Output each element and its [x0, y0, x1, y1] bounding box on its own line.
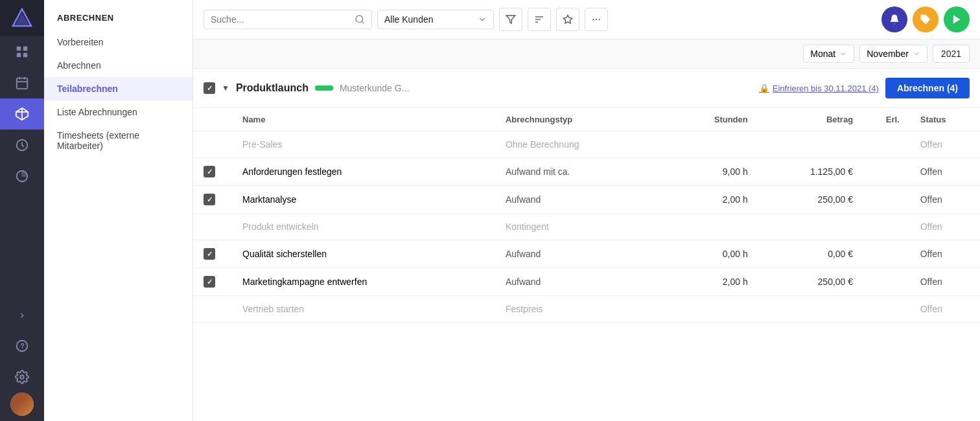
task-checkbox[interactable]: ✓: [204, 166, 215, 177]
main-area: Alle Kunden Monat No: [193, 0, 980, 421]
table-row: ✓MarktanalyseAufwand2,00 h250,00 €Offen: [193, 186, 980, 214]
table-cell: 2,00 h: [670, 186, 758, 214]
col-header-hours: Stunden: [670, 108, 758, 131]
period-label: Monat: [810, 49, 835, 59]
bell-icon: [889, 14, 900, 25]
table-cell: Offen: [910, 158, 980, 186]
table-cell: Offen: [910, 131, 980, 158]
search-box[interactable]: [204, 10, 372, 29]
play-button[interactable]: [944, 6, 970, 32]
sort-button[interactable]: [528, 8, 551, 31]
sidebar-icon-dashboard[interactable]: [0, 36, 44, 67]
table-cell: Marketingkampagne entwerfen: [232, 268, 495, 296]
table-cell: Marktanalyse: [232, 186, 495, 214]
svg-marker-29: [953, 15, 961, 24]
svg-line-19: [362, 21, 364, 23]
svg-text:?: ?: [20, 342, 25, 350]
left-nav: ABRECHNEN Vorbereiten Abrechnen Teilabre…: [44, 0, 193, 421]
table-row: ✓Marketingkampagne entwerfenAufwand2,00 …: [193, 268, 980, 296]
play-icon: [951, 14, 962, 25]
col-header-erl: Erl.: [863, 108, 910, 131]
more-icon: [591, 14, 601, 25]
sort-icon: [534, 14, 544, 25]
chevron-down-icon: [478, 15, 487, 24]
freeze-button[interactable]: 🔒 Einfrieren bis 30.11.2021 (4): [759, 84, 879, 93]
svg-point-27: [599, 19, 600, 20]
task-checkbox[interactable]: ✓: [204, 248, 215, 260]
month-chevron-icon: [913, 50, 920, 58]
table-cell: 1.125,00 €: [758, 158, 863, 186]
table-cell: Anforderungen festlegen: [232, 158, 495, 186]
svg-point-17: [20, 375, 24, 379]
svg-marker-20: [506, 16, 515, 23]
freeze-icon: 🔒: [759, 84, 769, 93]
star-button[interactable]: [556, 8, 579, 31]
year-display: 2021: [933, 45, 970, 63]
svg-marker-24: [563, 15, 572, 23]
col-header-type: Abrechnungstyp: [495, 108, 671, 131]
table-cell: 9,00 h: [670, 158, 758, 186]
sidebar-icon-chart[interactable]: [0, 161, 44, 192]
svg-point-25: [592, 19, 594, 20]
customer-dropdown[interactable]: Alle Kunden: [377, 10, 494, 29]
project-chevron-icon[interactable]: ▼: [222, 84, 229, 93]
sidebar-icon-settings[interactable]: [0, 361, 44, 393]
task-checkbox[interactable]: ✓: [204, 276, 215, 288]
table-cell: Vertrieb starten: [232, 296, 495, 323]
avatar[interactable]: [10, 393, 34, 416]
month-dropdown[interactable]: November: [859, 45, 928, 63]
search-input[interactable]: [211, 14, 349, 25]
table-cell: Offen: [910, 296, 980, 323]
svg-rect-4: [17, 53, 21, 57]
sidebar: › ?: [0, 0, 44, 421]
table-cell: [863, 214, 910, 240]
task-table: Name Abrechnungstyp Stunden Betrag Erl. …: [193, 108, 980, 323]
table-cell: Aufwand mit ca.: [495, 158, 671, 186]
sidebar-icon-clock[interactable]: [0, 130, 44, 161]
sidebar-icon-help[interactable]: ?: [0, 330, 44, 361]
table-cell: [863, 186, 910, 214]
notification-button[interactable]: [881, 6, 907, 32]
sidebar-item-abrechnen[interactable]: Abrechnen: [44, 54, 192, 77]
check-mark-icon: ✓: [207, 250, 213, 258]
project-name: Produktlaunch: [236, 82, 309, 94]
sidebar-item-teilabrechnen[interactable]: Teilabrechnen: [44, 77, 192, 100]
table-row: Pre-SalesOhne BerechnungOffen: [193, 131, 980, 158]
sidebar-icon-expand[interactable]: ›: [0, 299, 44, 330]
content-area: ✓ ▼ Produktlaunch Musterkunde G... 🔒 Ein…: [193, 69, 980, 421]
col-header-amount: Betrag: [758, 108, 863, 131]
left-nav-title: ABRECHNEN: [44, 0, 192, 30]
table-cell: 0,00 h: [670, 240, 758, 268]
col-header-checkbox: [193, 108, 232, 131]
table-cell: Aufwand: [495, 186, 671, 214]
table-cell: [758, 214, 863, 240]
project-checkbox[interactable]: ✓: [204, 82, 215, 94]
table-row: Vertrieb startenFestpreisOffen: [193, 296, 980, 323]
app-logo-icon: [12, 8, 32, 28]
check-mark-icon: ✓: [207, 196, 213, 204]
month-label: November: [867, 49, 909, 59]
table-cell: [863, 131, 910, 158]
table-row: ✓Qualität sicherstellenAufwand0,00 h0,00…: [193, 240, 980, 268]
more-button[interactable]: [585, 8, 608, 31]
table-cell: Kontingent: [495, 214, 671, 240]
search-icon[interactable]: [355, 14, 365, 25]
sidebar-item-liste-abrechnungen[interactable]: Liste Abrechnungen: [44, 100, 192, 124]
sidebar-item-timesheets[interactable]: Timesheets (externe Mitarbeiter): [44, 124, 192, 157]
table-cell: [863, 240, 910, 268]
project-customer: Musterkunde G...: [340, 83, 409, 93]
abrechnen-button[interactable]: Abrechnen (4): [885, 78, 970, 98]
tag-button[interactable]: [913, 6, 939, 32]
customer-label: Alle Kunden: [384, 14, 474, 25]
period-dropdown[interactable]: Monat: [803, 45, 854, 63]
sidebar-icon-layers[interactable]: [0, 98, 44, 130]
sidebar-item-vorbereiten[interactable]: Vorbereiten: [44, 30, 192, 54]
table-cell: Festpreis: [495, 296, 671, 323]
filter-button[interactable]: [499, 8, 522, 31]
check-mark-icon: ✓: [207, 168, 213, 176]
toolbar: Alle Kunden: [193, 0, 980, 40]
sidebar-icon-calendar[interactable]: [0, 67, 44, 98]
table-row: Produkt entwickelnKontingentOffen: [193, 214, 980, 240]
task-checkbox[interactable]: ✓: [204, 194, 215, 205]
table-cell: Ohne Berechnung: [495, 131, 671, 158]
